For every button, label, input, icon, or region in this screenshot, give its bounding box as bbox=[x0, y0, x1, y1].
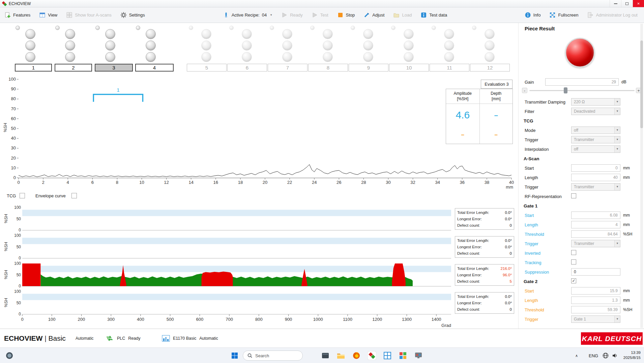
dropdown-trigger[interactable]: Gate 1▼ bbox=[571, 315, 620, 323]
minimize-button[interactable] bbox=[610, 0, 621, 7]
window-app-icon[interactable] bbox=[321, 351, 330, 360]
unit-label: %SH bbox=[623, 232, 632, 236]
tray-chevron[interactable]: ∧ bbox=[575, 348, 578, 363]
strip-x-tick-label: 600 bbox=[196, 317, 203, 322]
channel-select-button-6[interactable]: 6 bbox=[227, 64, 267, 72]
strip-x-tick-label: 300 bbox=[107, 317, 115, 322]
input-start[interactable]: 6.08 bbox=[571, 212, 620, 219]
input-suppression[interactable]: 0 bbox=[571, 268, 620, 276]
speaker-icon[interactable] bbox=[612, 352, 618, 359]
channel-select-button-2[interactable]: 2 bbox=[55, 64, 92, 72]
info-button[interactable]: Info bbox=[520, 7, 545, 23]
input-threshold[interactable]: 84.64 bbox=[571, 230, 620, 238]
start-button[interactable] bbox=[231, 352, 238, 359]
active-recipe-button[interactable]: Active Recipe: 04 ▼ bbox=[218, 7, 277, 23]
load-button[interactable]: Load bbox=[389, 7, 416, 23]
channel-select-button-4[interactable]: 4 bbox=[135, 64, 174, 72]
envelope-checkbox[interactable] bbox=[71, 193, 77, 198]
dropdown-trigger[interactable]: Transmitter▼ bbox=[571, 240, 620, 247]
setting-label: Trigger bbox=[525, 317, 538, 322]
gate-1-marker[interactable]: 1 bbox=[93, 87, 143, 102]
channel-select-button-8[interactable]: 8 bbox=[308, 64, 348, 72]
maximize-button[interactable] bbox=[621, 0, 633, 7]
toolbar: Features View Show four A-scans Settings… bbox=[0, 7, 644, 23]
title-bar: ECHOVIEW × bbox=[0, 0, 644, 7]
setting-row-trigger: TriggerTransmitter▼ bbox=[522, 239, 641, 248]
view-button[interactable]: View bbox=[35, 7, 62, 23]
dropdown-transmitter-damping[interactable]: 220 Ω▼ bbox=[571, 98, 620, 106]
input-threshold[interactable]: 59.39 bbox=[571, 306, 620, 313]
language-indicator[interactable]: ENG bbox=[589, 348, 598, 363]
search-input[interactable]: Search bbox=[243, 351, 303, 361]
checkbox-rf-representation[interactable] bbox=[571, 193, 576, 198]
ready-label: Ready bbox=[290, 12, 303, 18]
ready-button[interactable]: Ready bbox=[277, 7, 307, 23]
dropdown-trigger[interactable]: Transmitter▼ bbox=[571, 136, 620, 143]
show-four-ascans-button[interactable]: Show four A-scans bbox=[62, 7, 116, 23]
stat-value: 5 bbox=[510, 279, 512, 283]
input-length[interactable]: 1.3 bbox=[571, 297, 620, 304]
network-globe-icon[interactable] bbox=[602, 352, 609, 359]
dropdown-mode[interactable]: off▼ bbox=[571, 127, 620, 134]
y-tick-label: 0 bbox=[13, 175, 16, 180]
depth-header: Depth[mm] bbox=[479, 89, 513, 104]
channel-select-button-3[interactable]: 3 bbox=[95, 64, 133, 72]
unit-label: mm bbox=[623, 222, 630, 227]
channel-select-button-11[interactable]: 11 bbox=[430, 64, 469, 72]
channel-select-button-7[interactable]: 7 bbox=[268, 64, 308, 72]
input-start[interactable]: 0 bbox=[571, 164, 620, 172]
test-data-button[interactable]: Test data bbox=[416, 7, 451, 23]
taskbar-clock[interactable]: 13:39 2025/8/15 bbox=[623, 350, 641, 361]
input-length[interactable]: 4 bbox=[571, 221, 620, 228]
channel-select-button-5[interactable]: 5 bbox=[187, 64, 227, 72]
features-button[interactable]: Features bbox=[0, 7, 35, 23]
gain-input[interactable]: 29 bbox=[545, 78, 619, 86]
section-header-tcg: TCG bbox=[522, 116, 641, 125]
gain-slider-thumb[interactable] bbox=[564, 87, 567, 93]
checkbox-tracking[interactable] bbox=[571, 259, 576, 264]
panel-scrollbar-thumb[interactable] bbox=[640, 40, 643, 128]
tcg-checkbox[interactable] bbox=[20, 193, 25, 198]
adjust-button[interactable]: Adjust bbox=[359, 7, 389, 23]
mode-indicator: Automatic bbox=[76, 336, 93, 341]
settings-button[interactable]: Settings bbox=[116, 7, 149, 23]
tiles-app-icon[interactable] bbox=[399, 351, 407, 360]
channel-select-button-10[interactable]: 10 bbox=[389, 64, 429, 72]
channel-select-button-12[interactable]: 12 bbox=[470, 64, 510, 72]
echoview-app-icon[interactable] bbox=[368, 351, 376, 360]
channel-select-button-9[interactable]: 9 bbox=[349, 64, 388, 72]
diagnostics-app-icon[interactable] bbox=[414, 351, 423, 360]
channel-select-button-1[interactable]: 1 bbox=[15, 64, 52, 72]
dropdown-filter[interactable]: Deactivated▼ bbox=[571, 108, 620, 115]
checkbox-inverted[interactable] bbox=[571, 250, 576, 255]
input-length[interactable]: 40 bbox=[571, 174, 620, 181]
stat-row: Longest Error:96.0° bbox=[457, 273, 512, 277]
tolerance-band bbox=[22, 238, 451, 244]
gain-minus-button[interactable]: - bbox=[522, 88, 527, 93]
setting-row-filter: FilterDeactivated▼ bbox=[522, 107, 641, 116]
panel-scrollbar[interactable] bbox=[640, 24, 643, 328]
stop-button[interactable]: Stop bbox=[333, 7, 359, 23]
y-tick-label: 100 bbox=[8, 77, 16, 82]
checkbox-gate-2[interactable]: ✓ bbox=[571, 278, 576, 283]
strip-x-axis: 0100200300400500600700800900100011001200… bbox=[7, 314, 456, 329]
dropdown-trigger[interactable]: Transmitter▼ bbox=[571, 183, 620, 191]
input-start[interactable]: 15.9 bbox=[571, 287, 620, 295]
firefox-icon[interactable] bbox=[352, 351, 361, 360]
fullscreen-button[interactable]: Fullscreen bbox=[545, 7, 583, 23]
test-button[interactable]: Test bbox=[307, 7, 333, 23]
strip-defect-region bbox=[202, 272, 233, 286]
dropdown-interpolation[interactable]: off▼ bbox=[571, 145, 620, 153]
strip-x-tick-label: 400 bbox=[137, 317, 144, 322]
setting-row-trigger: TriggerTransmitter▼ bbox=[522, 135, 641, 144]
setting-row-start: Start0mm bbox=[522, 163, 641, 173]
logout-button[interactable]: Administrator Log out bbox=[583, 7, 642, 23]
gain-slider-track[interactable] bbox=[529, 90, 635, 91]
grid-app-icon[interactable] bbox=[383, 351, 392, 360]
app-brand: ECHOVIEW | Basic bbox=[4, 334, 66, 342]
browser-circle-icon[interactable] bbox=[5, 352, 13, 360]
probe-led bbox=[404, 29, 414, 39]
file-explorer-icon[interactable] bbox=[336, 351, 345, 360]
close-button[interactable]: × bbox=[633, 0, 644, 7]
evaluation-tab[interactable]: Evaluation 3 bbox=[481, 80, 513, 89]
